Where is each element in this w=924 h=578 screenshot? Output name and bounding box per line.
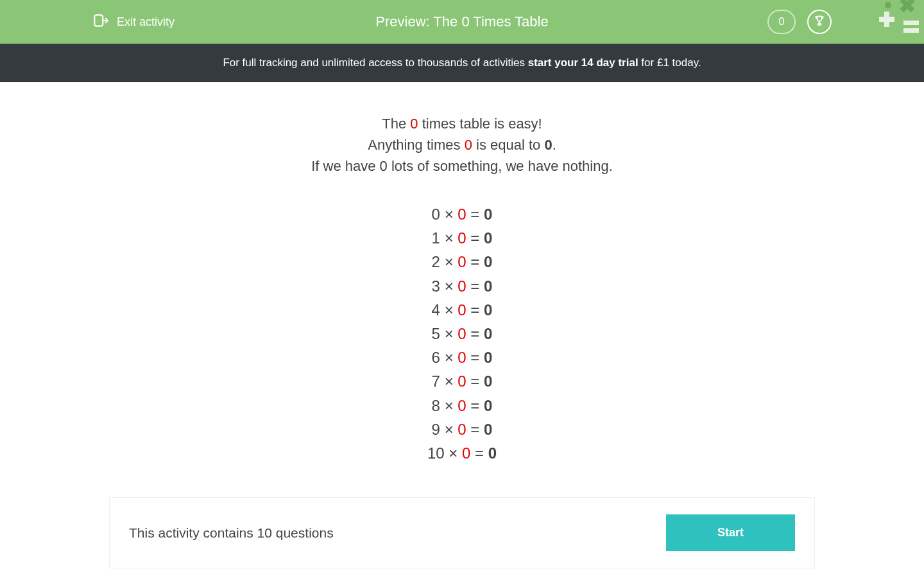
svg-rect-7	[903, 28, 919, 33]
promo-bold: start your 14 day trial	[528, 57, 638, 69]
promo-banner[interactable]: For full tracking and unlimited access t…	[0, 44, 924, 82]
equation-row: 5 × 0 = 0	[122, 322, 802, 346]
equation-row: 10 × 0 = 0	[122, 441, 802, 465]
exit-label: Exit activity	[117, 15, 175, 29]
intro-line-2: Anything times 0 is equal to 0.	[122, 134, 802, 155]
equation-row: 9 × 0 = 0	[122, 417, 802, 441]
svg-rect-5	[879, 17, 894, 22]
equation-row: 4 × 0 = 0	[122, 298, 802, 322]
page-title: Preview: The 0 Times Table	[375, 13, 548, 30]
trophy-icon	[813, 14, 826, 30]
trophy-button[interactable]	[807, 10, 832, 34]
equation-row: 6 × 0 = 0	[122, 346, 802, 369]
intro-text: The 0 times table is easy! Anything time…	[122, 113, 802, 177]
activity-content: The 0 times table is easy! Anything time…	[109, 82, 815, 491]
start-button[interactable]: Start	[666, 514, 795, 551]
promo-prefix: For full tracking and unlimited access t…	[223, 57, 527, 69]
equation-row: 7 × 0 = 0	[122, 369, 802, 393]
app-header: Exit activity Preview: The 0 Times Table…	[0, 0, 924, 44]
activity-footer: This activity contains 10 questions Star…	[109, 497, 815, 568]
svg-rect-6	[903, 21, 919, 25]
equation-row: 3 × 0 = 0	[122, 274, 802, 298]
question-count-label: This activity contains 10 questions	[129, 525, 334, 541]
svg-point-1	[885, 2, 891, 8]
header-right-group: 0	[767, 10, 832, 34]
exit-activity-button[interactable]: Exit activity	[92, 12, 175, 32]
equation-row: 0 × 0 = 0	[122, 202, 802, 226]
intro-line-1: The 0 times table is easy!	[122, 113, 802, 134]
equation-row: 1 × 0 = 0	[122, 226, 802, 250]
intro-line-3: If we have 0 lots of something, we have …	[122, 155, 802, 177]
promo-suffix: for £1 today.	[638, 57, 701, 69]
equation-row: 2 × 0 = 0	[122, 250, 802, 274]
times-table: 0 × 0 = 0 1 × 0 = 0 2 × 0 = 0 3 × 0 = 0 …	[122, 202, 802, 465]
svg-rect-0	[94, 15, 103, 26]
brand-logo	[873, 0, 924, 44]
exit-icon	[92, 12, 109, 32]
score-badge: 0	[767, 10, 796, 34]
score-value: 0	[779, 16, 785, 28]
equation-row: 8 × 0 = 0	[122, 394, 802, 417]
